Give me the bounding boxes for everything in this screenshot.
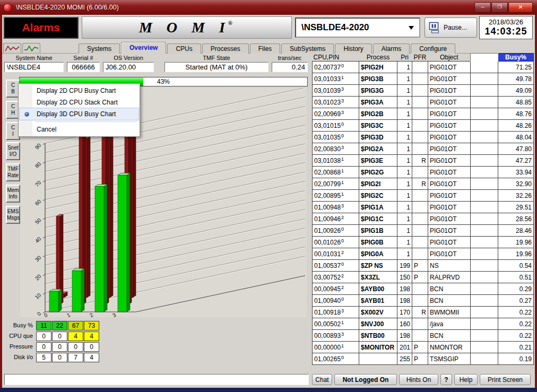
svg-text:60: 60 (34, 198, 42, 207)
chat-button[interactable]: Chat (312, 374, 332, 385)
cell-cpu-pin: 03,010393 (313, 85, 359, 97)
system-selector[interactable]: \NSBLDE4-2020 (295, 18, 420, 38)
table-row[interactable]: 03,010150$PIG3C1PIG01OT48.26 (313, 120, 534, 132)
cell-object: PIG01OT (428, 108, 471, 120)
menu-item-cancel[interactable]: Cancel (20, 124, 138, 135)
tab-configure[interactable]: Configure (411, 43, 455, 54)
tab-files[interactable]: Files (250, 43, 280, 54)
cell-blank (471, 190, 498, 202)
login-status-button[interactable]: Not Logged On (334, 374, 397, 385)
col-header-object: Object (428, 54, 471, 62)
table-row[interactable]: 03,010233$PIG3A1PIG01OT48.85 (313, 97, 534, 108)
table-row[interactable]: 01,002650255PTSMSGIP0.19 (313, 353, 534, 365)
menu-item-display-2d-cpu-busy-chart[interactable]: Display 2D CPU Busy Chart (20, 85, 138, 97)
sidebar-button-ems-msgs[interactable]: EMSMsgs (6, 206, 20, 224)
ipu-superscript: 1 (341, 343, 344, 349)
tab-mini-line-chart-1[interactable] (3, 43, 21, 53)
menu-item-display-2d-cpu-stack-chart[interactable]: Display 2D CPU Stack Chart (20, 97, 138, 108)
sidebar-button-line: Mem (7, 187, 19, 194)
table-row[interactable]: 02,007370$PIG2H1PIG01OT71.25 (313, 62, 534, 73)
tab-history[interactable]: History (335, 43, 371, 54)
ipu-superscript: 1 (341, 75, 344, 80)
table-row[interactable]: 00,009452$AYB00198BCN0.29 (313, 283, 534, 295)
tab-cpus[interactable]: CPUs (167, 43, 201, 54)
cell-cpu-pin: 01,009400 (313, 295, 359, 307)
sidebar-button-tmf-rate[interactable]: TMFRate (6, 163, 20, 181)
print-screen-button[interactable]: Print Screen (480, 374, 531, 385)
col-header-pfr: PFR (412, 54, 428, 62)
table-row[interactable]: 03,010381$PIG3E1RPIG01OT47.27 (313, 155, 534, 167)
app-icon[interactable] (3, 3, 12, 12)
close-button[interactable]: ✕ (508, 2, 533, 13)
sidebar-button-mem-info[interactable]: MemInfo (6, 185, 20, 203)
table-row[interactable]: 03,007522$X3ZL150PRALPRVD0.51 (313, 272, 534, 283)
ipu-superscript: 0 (341, 227, 344, 232)
cell-process: $PIG2G (359, 167, 397, 178)
stat-cell-cpu-que-cpu0: 0 (36, 332, 51, 341)
table-row[interactable]: 01,005370$ZP NS199PNS0.54 (313, 260, 534, 272)
cell-cpu-pin: 01,009183 (313, 307, 359, 318)
table-row[interactable]: 03,010350$PIG3D1PIG01OT48.04 (313, 132, 534, 143)
table-row[interactable]: 02,008951$PIG2C1PIG01OT32.26 (313, 190, 534, 202)
cell-pri: 1 (397, 108, 412, 120)
help-button[interactable]: Help (454, 374, 478, 385)
col-header-busy[interactable]: Busy% (498, 54, 534, 62)
table-row[interactable]: 01,009462$PIG1C1PIG01OT28.56 (313, 213, 534, 225)
menu-item-display-3d-cpu-busy-chart[interactable]: Display 3D CPU Busy Chart (20, 108, 138, 120)
tab-overview[interactable]: Overview (121, 42, 166, 54)
cell-cpu-pin: 03,010381 (313, 155, 359, 167)
process-table-body: 02,007370$PIG2H1PIG01OT71.2503,010331$PI… (313, 62, 534, 365)
dropdown-arrow-icon[interactable] (409, 26, 414, 30)
cell-blank (471, 85, 498, 97)
maximize-button[interactable]: ❐ (491, 2, 508, 13)
cell-object: PIG01OT (428, 143, 471, 155)
window-border-left (0, 15, 2, 388)
tab-mini-line-chart-2[interactable] (22, 43, 40, 53)
svg-text:0: 0 (36, 310, 42, 317)
cell-blank (471, 62, 498, 73)
cell-object: PIG01OT (428, 85, 471, 97)
cell-pfr (412, 330, 428, 342)
table-row[interactable]: 02,008303$PIG2A1PIG01OT47.80 (313, 143, 534, 155)
cell-pfr (412, 97, 428, 108)
cell-pfr (412, 120, 428, 132)
table-row[interactable]: 03,010331$PIG3B1PIG01OT49.78 (313, 73, 534, 85)
hints-toggle-button[interactable]: Hints On (399, 374, 438, 385)
tab-subsystems[interactable]: SubSystems (281, 43, 334, 54)
quick-help-button[interactable]: ? (440, 374, 452, 385)
cell-pfr (412, 225, 428, 237)
table-row[interactable]: 01,009183$X002V170RBWMOMII0.22 (313, 307, 534, 318)
minimize-button[interactable]: ─ (474, 2, 491, 13)
table-row[interactable]: 00,008933$NTB00198BCN0.22 (313, 330, 534, 342)
table-row[interactable]: 00,000001$MONITOR201PNMONTOR0.21 (313, 342, 534, 353)
stat-cell-pressure-cpu1: 0 (52, 342, 67, 352)
svg-text:2: 2 (89, 312, 94, 317)
sidebar-button-snet-i-o[interactable]: SnetI/O (6, 142, 20, 160)
cell-process: $PIG2I (359, 178, 397, 190)
cell-pfr (412, 283, 428, 295)
svg-text:1: 1 (66, 312, 72, 317)
table-row[interactable]: 02,009693$PIG2B1PIG01OT48.76 (313, 108, 534, 120)
alarms-button[interactable]: Alarms (3, 16, 79, 39)
cell-process: $PIG3E (359, 155, 397, 167)
table-row[interactable]: 01,009400$AYB01198BCN0.27 (313, 295, 534, 307)
table-row[interactable]: 00,005021$NVJ00160/java0.22 (313, 318, 534, 330)
tab-alarms[interactable]: Alarms (373, 43, 410, 54)
pause-button[interactable]: Pause... (425, 18, 477, 38)
status-message-field[interactable] (4, 374, 309, 385)
cell-object: PIG01OT (428, 213, 471, 225)
cell-blank (471, 283, 498, 295)
table-row[interactable]: 02,008681$PIG2G1PIG01OT33.94 (313, 167, 534, 178)
table-row[interactable]: 02,007991$PIG2I1RPIG01OT32.90 (313, 178, 534, 190)
tab-systems[interactable]: Systems (79, 43, 120, 54)
tab-processes[interactable]: Processes (202, 43, 249, 54)
process-table[interactable]: CPU,PINProcessPriPFRObjectBusy% 02,00737… (312, 53, 534, 365)
ipu-superscript: 1 (341, 320, 344, 325)
table-row[interactable]: 01,009260$PIG1B1PIG01OT28.46 (313, 225, 534, 237)
table-row[interactable]: 00,010260$PIG0B1PIG01OT19.96 (313, 237, 534, 248)
table-row[interactable]: 00,010312$PIG0A1PIG01OT19.96 (313, 248, 534, 260)
table-row[interactable]: 03,010393$PIG3G1PIG01OT49.09 (313, 85, 534, 97)
title-bar[interactable]: \NSBLDE4-2020 MOMI (6.00/6.00) ─ ❐ ✕ (0, 0, 537, 15)
cell-process: $ZP NS (359, 260, 397, 272)
table-row[interactable]: 01,009483$PIG1A1PIG01OT29.51 (313, 202, 534, 213)
